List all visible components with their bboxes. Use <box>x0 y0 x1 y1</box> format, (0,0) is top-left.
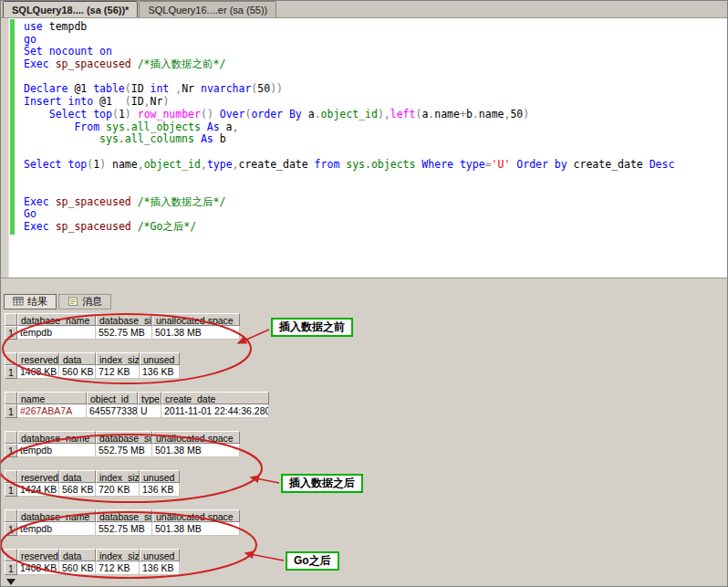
sql-code: use tempdbgoSet nocount onExec sp_spaceu… <box>24 21 674 234</box>
grid-corner[interactable] <box>5 392 17 404</box>
grid-cell[interactable]: 501.38 MB <box>152 444 240 457</box>
row-header[interactable]: 1 <box>5 365 17 379</box>
grid-corner[interactable] <box>5 352 17 365</box>
table-row: 11408 KB560 KB712 KB136 KB <box>5 561 728 575</box>
column-header[interactable]: index_size <box>96 352 140 365</box>
column-header[interactable]: reserved <box>17 549 59 561</box>
column-header[interactable]: unallocated space <box>152 313 240 326</box>
annotation-label-go: Go之后 <box>286 551 339 571</box>
tab-results[interactable]: 结果 <box>4 294 57 309</box>
grid-cell[interactable]: 2011-11-01 22:44:36.280 <box>161 404 269 418</box>
grid-cell[interactable]: 568 KB <box>59 483 96 497</box>
code-line <box>24 171 674 183</box>
column-header[interactable]: reserved <box>17 470 59 483</box>
column-header[interactable]: object_id <box>87 392 138 404</box>
tab-sqlquery16-label: SQLQuery16....er (sa (55)) <box>148 5 267 16</box>
table-row: 1#267ABA7A645577338U2011-11-01 22:44:36.… <box>5 404 728 418</box>
column-header[interactable]: database_size <box>96 431 152 444</box>
result-grid: reserveddataindex_sizeunused11408 KB560 … <box>5 549 728 575</box>
row-header[interactable]: 1 <box>5 561 17 575</box>
grid-cell[interactable]: 552.75 MB <box>96 522 152 536</box>
column-header[interactable]: data <box>59 549 96 561</box>
column-header[interactable]: reserved <box>17 352 59 365</box>
grid-cell[interactable]: U <box>138 404 161 418</box>
column-header[interactable]: data <box>59 470 96 483</box>
column-header[interactable]: database_name <box>17 509 96 522</box>
grid-cell[interactable]: 136 KB <box>140 483 180 497</box>
grid-cell[interactable]: 720 KB <box>96 483 140 497</box>
grid-cell[interactable]: 136 KB <box>140 365 180 379</box>
column-header[interactable]: data <box>59 352 96 365</box>
grid-cell[interactable]: 560 KB <box>59 561 96 575</box>
column-header[interactable]: unused <box>140 549 180 561</box>
result-grid: reserveddataindex_sizeunused11424 KB568 … <box>5 470 728 497</box>
editor-results-splitter[interactable] <box>1 278 728 292</box>
column-header[interactable]: database_name <box>17 431 96 444</box>
result-grid: nameobject_idtypecreate_date1#267ABA7A64… <box>5 392 728 418</box>
grid-corner[interactable] <box>5 549 17 561</box>
row-header[interactable]: 1 <box>5 404 17 418</box>
grid-cell[interactable]: tempdb <box>17 444 96 457</box>
grid-cell[interactable]: tempdb <box>17 522 96 536</box>
code-line: Select top(1) name,object_id,type,create… <box>24 159 674 172</box>
code-line: Declare @1 table(ID int ,Nr nvarchar(50)… <box>24 83 674 96</box>
column-header[interactable]: create_date <box>161 392 269 404</box>
results-grid-icon <box>13 296 24 307</box>
column-header[interactable]: index_size <box>96 549 140 561</box>
grid-cell[interactable]: 1408 KB <box>17 365 59 379</box>
grid-cell[interactable]: 501.38 MB <box>152 522 240 536</box>
column-header[interactable]: unused <box>140 352 180 365</box>
grid-cell[interactable]: 552.75 MB <box>96 326 152 340</box>
code-line: Insert into @1 (ID,Nr) <box>24 96 674 109</box>
code-line: From sys.all_objects As a, <box>24 121 674 134</box>
grid-cell[interactable]: 552.75 MB <box>96 444 152 457</box>
tab-sqlquery18-label: SQLQuery18.... (sa (56))* <box>12 5 129 16</box>
grid-cell[interactable]: #267ABA7A <box>17 404 87 418</box>
grid-cell[interactable]: 1408 KB <box>17 561 59 575</box>
grid-cell[interactable]: 712 KB <box>96 561 140 575</box>
code-line: sys.all_columns As b <box>24 133 674 146</box>
result-grid: reserveddataindex_sizeunused11408 KB560 … <box>5 352 728 379</box>
table-row: 1tempdb552.75 MB501.38 MB <box>5 444 728 457</box>
row-header[interactable]: 1 <box>5 326 17 340</box>
grid-cell[interactable]: 501.38 MB <box>152 326 240 340</box>
sql-editor[interactable]: use tempdbgoSet nocount onExec sp_spaceu… <box>1 18 728 278</box>
column-header[interactable]: database_name <box>17 313 96 326</box>
tab-sqlquery16[interactable]: SQLQuery16....er (sa (55)) <box>139 1 276 17</box>
column-header[interactable]: name <box>17 392 87 404</box>
column-header[interactable]: unused <box>140 470 180 483</box>
tab-messages[interactable]: 消息 <box>58 294 111 309</box>
editor-selection-margin <box>1 18 9 278</box>
grid-cell[interactable]: 136 KB <box>140 561 180 575</box>
code-line <box>24 183 674 196</box>
table-row: 1tempdb552.75 MB501.38 MB <box>5 522 728 536</box>
result-grid: database_namedatabase_sizeunallocated sp… <box>5 431 728 457</box>
column-header[interactable]: unallocated space <box>152 431 240 444</box>
grid-cell[interactable]: 1424 KB <box>17 483 59 497</box>
code-line <box>24 71 674 84</box>
column-header[interactable]: index_size <box>96 470 140 483</box>
row-header[interactable]: 1 <box>5 483 17 497</box>
grid-cell[interactable]: tempdb <box>17 326 96 340</box>
grid-cell[interactable]: 645577338 <box>87 404 138 418</box>
grid-cell[interactable]: 712 KB <box>96 365 140 379</box>
grid-cell[interactable]: 560 KB <box>59 365 96 379</box>
column-header[interactable]: type <box>138 392 161 404</box>
scroll-down-icon[interactable] <box>6 579 16 585</box>
row-header[interactable]: 1 <box>5 522 17 536</box>
grid-corner[interactable] <box>5 509 17 522</box>
tab-messages-label: 消息 <box>82 295 102 309</box>
row-header[interactable]: 1 <box>5 444 17 457</box>
grid-corner[interactable] <box>5 431 17 444</box>
result-grid: database_namedatabase_sizeunallocated sp… <box>5 313 728 340</box>
column-header[interactable]: unallocated space <box>152 509 240 522</box>
column-header[interactable]: database_size <box>96 509 152 522</box>
tab-sqlquery18[interactable]: SQLQuery18.... (sa (56))* <box>3 1 138 17</box>
code-line: Set nocount on <box>24 46 674 58</box>
table-row: 11408 KB560 KB712 KB136 KB <box>5 365 728 379</box>
column-header[interactable]: database_size <box>96 313 152 326</box>
results-tab-bar: 结果 消息 <box>1 292 728 310</box>
grid-corner[interactable] <box>5 313 17 326</box>
code-line <box>24 146 674 159</box>
grid-corner[interactable] <box>5 470 17 483</box>
